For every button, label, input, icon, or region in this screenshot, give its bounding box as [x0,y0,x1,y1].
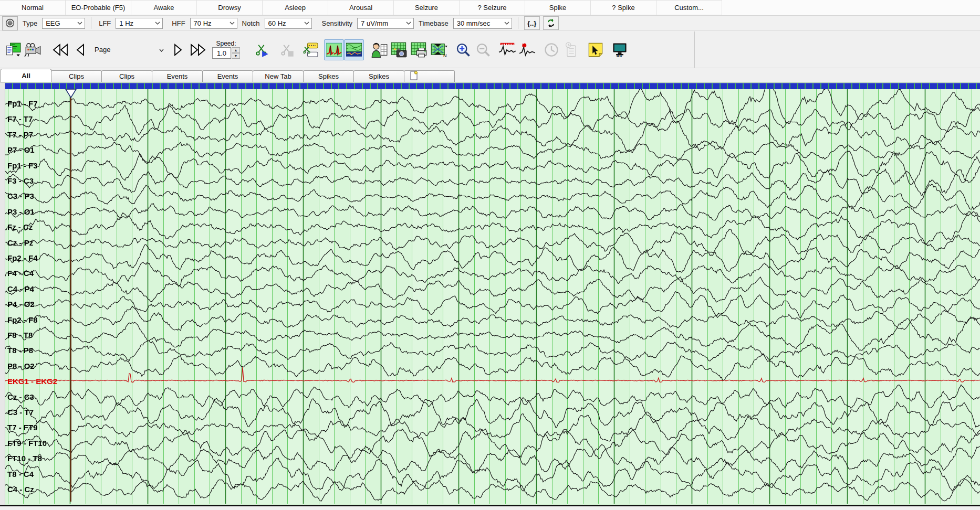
channel-label-t7-ft9[interactable]: T7 - FT9 [7,423,38,432]
new-tab-page-icon [410,71,418,82]
channel-label-p3-o1[interactable]: P3 - O1 [7,207,35,216]
new-tab-button[interactable] [404,70,455,82]
page-back-icon[interactable] [70,39,90,60]
channel-label-c3-p3[interactable]: C3 - P3 [7,192,34,200]
stop-clip-icon[interactable] [277,39,297,60]
classify-button-eo-probable-f5[interactable]: EO-Probable (F5) [65,0,131,15]
tab-events[interactable]: Events [152,70,203,82]
note-annotation-icon[interactable] [586,39,606,60]
separator [518,17,518,29]
montage-reformat-icon[interactable]: N [429,39,449,60]
tab-all[interactable]: All [1,69,51,82]
channel-label-f7-t7[interactable]: F7 - T7 [7,114,33,123]
spike-detection-icon[interactable] [324,39,344,60]
clock-icon[interactable] [541,39,561,60]
montage-workspace-icon[interactable] [3,39,23,60]
page-mode-select[interactable]: Page [90,44,168,56]
classify-button-awake[interactable]: Awake [131,0,197,15]
channel-label-cz-c3[interactable]: Cz - C3 [7,392,34,401]
type-select[interactable]: EEG [42,18,85,29]
mark-event-icon[interactable] [497,39,517,60]
fast-rewind-icon[interactable] [50,39,70,60]
classify-button-spike[interactable]: ? Spike [590,0,656,15]
channel-label-ft9-ft10[interactable]: FT9 - FT10 [7,439,47,448]
eeg-trace-panel: Fp1 - F7F7 - T7T7 - P7P7 - O1Fp1 - F3F3 … [0,82,980,506]
tab-clips[interactable]: Clips [51,70,102,82]
classify-button-normal[interactable]: Normal [0,0,66,15]
sensitivity-label: Sensitivity [320,19,355,27]
channel-label-p4-o2[interactable]: P4 - O2 [7,300,35,309]
timebase-label: Timebase [417,19,450,27]
tab-new-tab[interactable]: New Tab [253,70,304,82]
speed-spinner: Speed:1.0▲▼ [212,40,240,59]
channel-label-fp2-f8[interactable]: Fp2 - F8 [7,315,38,324]
channel-label-f8-t8[interactable]: F8 - T8 [7,331,33,339]
channel-label-cz-pz[interactable]: Cz - Pz [7,238,33,247]
patient-info-icon[interactable] [369,39,389,60]
classify-button-drowsy[interactable]: Drowsy [196,0,263,15]
filter-settings-toolbar: Type EEG LFF 1 Hz HFF 70 Hz Notch 60 Hz … [0,16,980,31]
hff-select[interactable]: 70 Hz [190,18,237,29]
position-marker-icon[interactable] [65,89,77,98]
channel-label-fp1-f3[interactable]: Fp1 - F3 [7,161,38,170]
classification-button-bar: NormalEO-Probable (F5)AwakeDrowsyAsleepA… [0,0,980,16]
send-to-screen-icon[interactable]: »» [610,39,630,60]
channel-label-t8-p8[interactable]: T8 - P8 [7,346,33,355]
fast-forward-icon[interactable] [188,39,208,60]
page-mode-label: Page [95,46,110,54]
channel-label-f4-c4[interactable]: F4 - C4 [7,269,34,278]
channel-label-t7-p7[interactable]: T7 - P7 [7,130,33,139]
mark-spike-icon[interactable] [517,39,537,60]
timeline-bar[interactable] [5,83,980,89]
event-list-icon[interactable] [561,39,581,60]
channel-label-ft10-t8[interactable]: FT10 - T8 [7,454,42,463]
notch-select[interactable]: 60 Hz [265,18,312,29]
channel-label-fp2-f4[interactable]: Fp2 - F4 [7,253,38,262]
print-eeg-icon[interactable] [409,39,429,60]
braces-settings-button[interactable]: {..} [524,16,540,30]
tab-events[interactable]: Events [202,70,253,82]
lff-select[interactable]: 1 Hz [116,18,163,29]
chevron-down-icon [230,22,235,25]
classify-button-seizure[interactable]: Seizure [393,0,460,15]
classify-button-spike[interactable]: Spike [525,0,591,15]
channel-label-c4-p4[interactable]: C4 - P4 [7,284,34,293]
classify-button-asleep[interactable]: Asleep [262,0,328,15]
channel-label-c3-t7[interactable]: C3 - T7 [7,408,34,417]
refresh-button[interactable] [543,16,559,30]
classify-button-arousal[interactable]: Arousal [328,0,394,15]
speed-value-field[interactable]: 1.0 [212,47,231,59]
classify-button-seizure[interactable]: ? Seizure [459,0,525,15]
play-clip-icon[interactable] [252,39,272,60]
speed-up-button[interactable]: ▲ [232,47,240,53]
channel-label-p7-o1[interactable]: P7 - O1 [7,145,35,154]
channel-label-f3-c3[interactable]: F3 - C3 [7,176,34,185]
sensitivity-select[interactable]: 7 uV/mm [357,18,414,29]
video-camera-icon[interactable] [23,39,43,60]
channel-label-p8-o2[interactable]: P8 - O2 [7,362,35,370]
page-forward-icon[interactable] [168,39,188,60]
trend-view-icon[interactable] [344,39,364,60]
classify-button-custom[interactable]: Custom... [656,0,722,15]
snapshot-icon[interactable] [389,39,409,60]
chevron-down-icon [504,22,509,25]
eeg-waveform-canvas[interactable] [5,89,980,504]
tab-spikes[interactable]: Spikes [303,70,354,82]
chevron-down-icon [155,22,160,25]
notch-label: Notch [241,19,262,27]
channel-label-t8-c4[interactable]: T8 - C4 [7,470,34,479]
tab-spikes[interactable]: Spikes [353,70,404,82]
montage-head-icon[interactable] [2,16,18,30]
channel-label-fz-cz[interactable]: Fz - Cz [7,222,33,231]
channel-label-c4-cz[interactable]: C4 - Cz [7,485,34,494]
montage-tab-bar: AllClipsClipsEventsEventsNew TabSpikesSp… [0,68,980,82]
tab-clips[interactable]: Clips [101,70,152,82]
cut-clip-icon[interactable] [301,39,321,60]
channel-label-fp1-f7[interactable]: Fp1 - F7 [7,99,38,108]
speed-down-button[interactable]: ▼ [232,53,240,59]
type-label: Type [21,19,39,27]
zoom-out-icon[interactable] [473,39,493,60]
timebase-select[interactable]: 30 mm/sec [453,18,512,29]
zoom-in-icon[interactable] [453,39,473,60]
channel-label-ekg1-ekg2[interactable]: EKG1 - EKG2 [7,377,57,386]
